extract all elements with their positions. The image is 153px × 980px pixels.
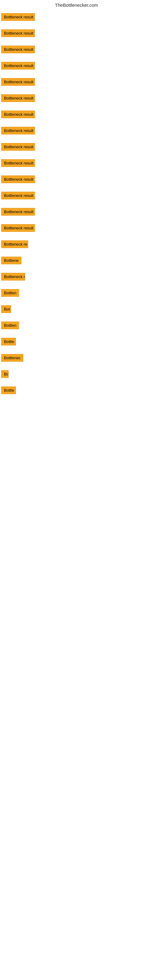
bottleneck-item: Bottleneck result	[1, 109, 152, 125]
bottleneck-item: Bottlen	[1, 320, 152, 336]
bottleneck-badge[interactable]: Bottle	[1, 338, 16, 345]
items-container: Bottleneck resultBottleneck resultBottle…	[0, 11, 153, 401]
bottleneck-badge[interactable]: Bottlen	[1, 289, 19, 297]
bottleneck-item: Bottleneck result	[1, 44, 152, 60]
bottleneck-badge[interactable]: Bottlen	[1, 321, 19, 329]
bottleneck-badge[interactable]: Bottleneck result	[1, 94, 35, 102]
bottleneck-badge[interactable]: Bottlene	[1, 257, 21, 264]
bottleneck-item: Bottleneck r	[1, 271, 152, 287]
bottleneck-badge[interactable]: Bottleneck result	[1, 13, 35, 21]
bottleneck-item: Bottleneck re	[1, 239, 152, 255]
bottleneck-item: Bottleneck result	[1, 76, 152, 92]
bottleneck-badge[interactable]: Bottleneck r	[1, 273, 25, 280]
bottleneck-badge[interactable]: Bottleneck result	[1, 111, 35, 118]
bottleneck-item: Bo	[1, 368, 152, 385]
bottleneck-item: Bottlen	[1, 287, 152, 304]
bottleneck-badge[interactable]: Bottleneck result	[1, 78, 35, 86]
bottleneck-item: Bottleneck result	[1, 27, 152, 44]
bottleneck-badge[interactable]: Bottleneck result	[1, 143, 35, 151]
bottleneck-badge[interactable]: Bottleneck result	[1, 175, 35, 183]
bottleneck-badge[interactable]: Bottleneck result	[1, 159, 35, 167]
bottleneck-item: Bottlenec	[1, 352, 152, 368]
site-title: TheBottlenecker.com	[55, 2, 98, 8]
bottleneck-item: Bottleneck result	[1, 92, 152, 109]
bottleneck-item: Bottleneck result	[1, 125, 152, 141]
bottleneck-badge[interactable]: Bottleneck result	[1, 208, 35, 216]
bottleneck-item: Bottleneck result	[1, 190, 152, 206]
bottleneck-item: Bot	[1, 304, 152, 320]
bottleneck-badge[interactable]: Bottleneck result	[1, 29, 35, 37]
bottleneck-badge[interactable]: Bottleneck result	[1, 192, 35, 199]
bottleneck-item: Bottlene	[1, 255, 152, 271]
bottleneck-item: Bottleneck result	[1, 141, 152, 158]
bottleneck-badge[interactable]: Bottleneck result	[1, 46, 35, 53]
bottleneck-item: Bottleneck result	[1, 222, 152, 239]
bottleneck-badge[interactable]: Bottleneck result	[1, 62, 35, 70]
bottleneck-item: Bottleneck result	[1, 158, 152, 173]
bottleneck-badge[interactable]: Bottleneck result	[1, 224, 35, 232]
bottleneck-item: Bottle	[1, 336, 152, 352]
bottleneck-item: Bottleneck result	[1, 173, 152, 190]
bottleneck-badge[interactable]: Bottlenec	[1, 354, 23, 362]
site-header: TheBottlenecker.com	[0, 0, 153, 11]
bottleneck-badge[interactable]: Bot	[1, 305, 11, 313]
bottleneck-item: Bottle	[1, 385, 152, 401]
bottleneck-item: Bottleneck result	[1, 11, 152, 27]
bottleneck-item: Bottleneck result	[1, 206, 152, 222]
bottleneck-badge[interactable]: Bottle	[1, 387, 16, 394]
bottleneck-item: Bottleneck result	[1, 60, 152, 76]
bottleneck-badge[interactable]: Bottleneck re	[1, 240, 28, 248]
bottleneck-badge[interactable]: Bottleneck result	[1, 127, 35, 134]
bottleneck-badge[interactable]: Bo	[1, 370, 9, 378]
page-wrapper: TheBottlenecker.com Bottleneck resultBot…	[0, 0, 153, 401]
